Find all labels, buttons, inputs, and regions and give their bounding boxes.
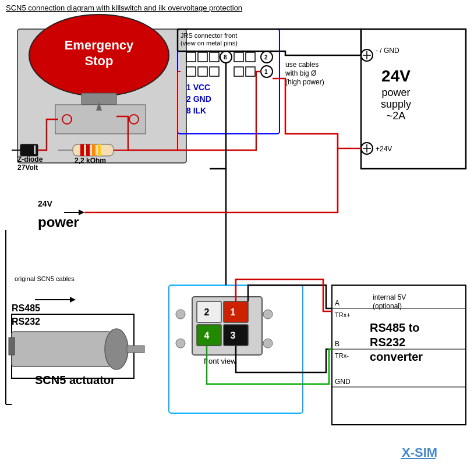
actuator-cap <box>105 329 128 370</box>
wire-gnd-top <box>280 51 361 55</box>
zdiode-label: Z-diode <box>17 155 43 164</box>
rs485-conv-label1: RS485 to <box>370 321 420 334</box>
pin1-block <box>224 301 248 322</box>
zdiode-volt: 27Volt <box>17 164 38 172</box>
pin-r2c6 <box>246 67 255 76</box>
front-view-label: front view <box>204 357 236 365</box>
a-trx-label: A <box>335 299 339 307</box>
pin1-label: 1 <box>264 69 268 75</box>
gnd3-label: GND <box>335 378 351 386</box>
trxminus-label: TRx- <box>335 352 349 359</box>
pin-r2c2 <box>198 67 207 76</box>
pin-r1c5 <box>234 52 243 62</box>
pin-r2c3 <box>210 67 219 76</box>
gnd-minus: - / GND <box>376 47 399 55</box>
pin-r2c5 <box>234 67 243 76</box>
ilk-label: 8 ILK <box>186 106 206 115</box>
rs485-conv-label3: converter <box>370 350 423 363</box>
jrs-label2: (view on metal pins) <box>181 40 238 47</box>
rs232-label: RS232 <box>12 317 40 326</box>
internal5v-label: internal 5V <box>373 293 406 301</box>
scn5-actuator: SCN5 actuator <box>35 374 115 386</box>
band2 <box>86 144 90 156</box>
diagram-title: SCN5 connection diagram with killswitch … <box>6 3 242 12</box>
cable-label2: with big Ø <box>285 69 316 77</box>
psu-2a: ~2A <box>387 110 406 122</box>
b-trx-label: B <box>335 340 339 348</box>
pin-r1c6 <box>246 52 255 62</box>
band4 <box>98 144 101 156</box>
screw1 <box>176 310 185 319</box>
pin-r1c1 <box>186 52 196 62</box>
24v-bottom: 24V <box>38 199 53 208</box>
plus24-label: +24V <box>376 145 392 153</box>
pin4-num: 4 <box>204 331 210 340</box>
actuator-shaft <box>127 346 144 353</box>
pin3-num: 3 <box>231 331 236 340</box>
optional-label: (optional) <box>373 302 402 310</box>
estop-label: Emergency <box>65 38 134 52</box>
pin-r1c2 <box>198 52 207 62</box>
actuator-body <box>12 332 111 367</box>
band3 <box>92 144 95 156</box>
rs485-conv-label2: RS232 <box>370 336 405 349</box>
jrs-label1: JRS connector front <box>181 32 237 39</box>
orig-cables: original SCN5 cables <box>15 275 75 282</box>
psu-24v: 24V <box>381 67 411 85</box>
rs485-arrow-head <box>70 297 76 303</box>
pin3-block <box>224 325 248 346</box>
screw4 <box>263 339 273 348</box>
cable-label1: use cables <box>285 61 319 69</box>
pin-r1c3 <box>210 52 219 62</box>
cable-label3: (high power) <box>285 78 324 86</box>
pin1-num: 1 <box>231 307 236 317</box>
pin2-label: 2 <box>264 54 268 61</box>
screw3 <box>263 310 273 319</box>
psu-supply: supply <box>381 98 411 110</box>
power-bottom: power <box>38 214 79 230</box>
psu-power: power <box>381 87 410 98</box>
cable-entry <box>9 338 15 355</box>
vcc-label: 1 VCC <box>186 83 210 92</box>
resistor-label: 2,2 kOhm <box>75 157 106 165</box>
wire-ilk-down <box>210 63 226 169</box>
trxplus-label: TRx+ <box>335 311 351 318</box>
band1 <box>80 144 84 156</box>
rs485-label: RS485 <box>12 303 40 313</box>
gnd-label2: 2 GND <box>186 94 211 104</box>
pin8-label: 8 <box>224 54 227 61</box>
screw2 <box>176 339 185 348</box>
arrow-24v-head <box>79 209 84 215</box>
pin-r2c1 <box>186 67 196 76</box>
xsim-logo: X-SIM <box>402 445 437 460</box>
pin2-num: 2 <box>204 307 210 317</box>
wire-red-psu <box>273 79 361 148</box>
estop-label2: Stop <box>85 54 114 68</box>
